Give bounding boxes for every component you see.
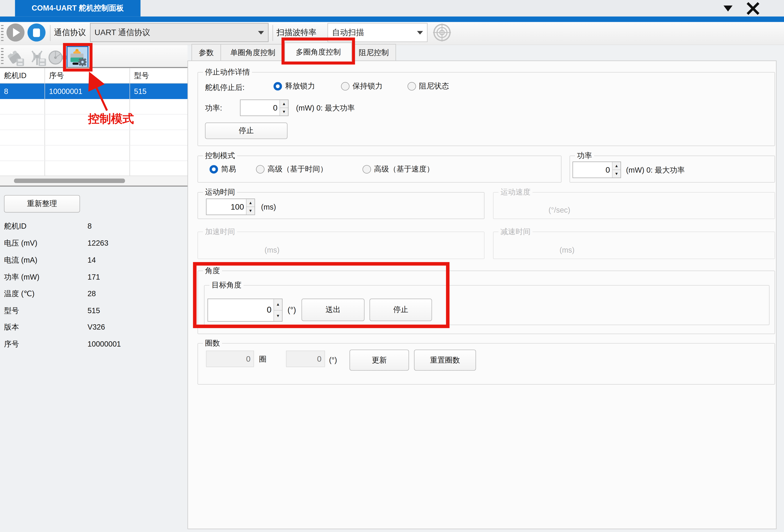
cell-model: 515 [130,84,187,99]
turns-angle-field: 0 [286,351,325,367]
power-unit-hint: (mW) 0: 最大功率 [626,166,685,175]
motion-time-spinbox[interactable]: 100 [206,199,255,215]
radar-scan-icon[interactable] [433,24,451,41]
stop-power-spinbox[interactable]: 0 [240,100,288,116]
tab-parameters[interactable]: 参数 [191,44,221,61]
annotation-box-active-tab [282,37,355,64]
turns-group: 圈数 0 圈 0 (°) 更新 重置圈数 [197,343,775,385]
info-label: 电压 (mV) [4,239,37,248]
group-title: 减速时间 [499,227,532,236]
info-label: 电流 (mA) [4,256,37,265]
radio-damping-state[interactable]: 阻尼状态 [408,82,449,91]
tab-single-turn-angle[interactable]: 单圈角度控制 [221,44,285,61]
power-unit-hint: (mW) 0: 最大功率 [296,104,355,113]
group-title: 运动时间 [203,188,237,197]
table-row-selected[interactable]: 8 10000001 515 [0,84,188,99]
turns-count-field: 0 [206,351,254,367]
power-label: 功率: [205,104,222,113]
info-label: 温度 (℃) [4,289,34,299]
play-icon [13,28,20,37]
spin-up-icon[interactable] [280,100,288,108]
info-label: 版本 [4,323,19,332]
accel-time-group: 加速时间 (ms) [197,232,484,259]
motion-speed-group: 运动速度 (°/sec) [493,192,775,219]
table-header-row: 舵机ID 序号 型号 [0,68,188,84]
stop-button[interactable]: 停止 [205,122,287,139]
radio-keep-lock[interactable]: 保持锁力 [341,82,383,91]
spin-down-icon[interactable] [247,207,254,215]
protocol-select[interactable]: UART 通信协议 [90,23,269,42]
table-horizontal-scrollbar[interactable] [0,176,188,186]
info-value: V326 [87,323,105,331]
info-value: 171 [87,273,100,281]
table-row[interactable] [0,145,188,161]
info-value: 12263 [87,239,108,247]
info-value: 515 [87,306,100,315]
radio-advanced-speed-mode[interactable]: 高级（基于速度） [363,165,434,174]
info-label: 舵机ID [4,222,26,231]
turns-unit-label: 圈 [259,355,267,364]
spin-up-icon[interactable] [613,162,620,170]
tab-damping-control[interactable]: 阻尼控制 [352,44,396,61]
toolbar-drag-handle[interactable] [1,25,3,41]
protocol-select-value: UART 通信协议 [94,27,150,38]
radio-simple-mode[interactable]: 简易 [209,165,236,174]
decel-time-group: 减速时间 (ms) [493,232,775,259]
servo-table: 舵机ID 序号 型号 8 10000001 515 [0,67,188,187]
servo-control-panel-window: COM4-UART 舵机控制面板 通信协议 UART 通信协议 扫描波特率 自动… [0,0,784,532]
spin-up-icon[interactable] [247,199,254,207]
unit-label: (ms) [560,246,575,254]
spin-down-icon[interactable] [280,108,288,116]
baud-select-value: 自动扫描 [332,27,364,38]
info-value: 14 [87,256,96,264]
table-row[interactable] [0,130,188,145]
info-label: 功率 (mW) [4,273,39,282]
after-stop-label: 舵机停止后: [205,83,245,92]
cell-serial: 10000001 [45,84,130,99]
radio-icon [408,82,416,90]
radio-icon [363,165,371,173]
radio-icon [274,82,282,90]
titlebar-accent-strip [0,17,784,22]
col-header-servo-id[interactable]: 舵机ID [0,68,45,83]
unit-label: (°/sec) [549,206,570,214]
unit-label: (ms) [264,246,280,254]
info-label: 型号 [4,306,19,316]
group-title: 加速时间 [203,227,237,236]
radio-icon [209,165,218,173]
power-spinbox[interactable]: 0 [572,162,621,178]
window-title-tab[interactable]: COM4-UART 舵机控制面板 [15,0,140,17]
dropdown-caret-icon[interactable] [724,5,732,11]
info-value: 8 [87,222,92,230]
scrollbar-thumb[interactable] [14,178,125,183]
col-header-model[interactable]: 型号 [130,68,187,83]
reset-turns-button[interactable]: 重置圈数 [414,349,476,370]
protocol-label: 通信协议 [54,28,86,38]
stop-icon [33,28,40,37]
antenna-save-icon[interactable] [28,48,47,67]
radio-release-lock[interactable]: 释放锁力 [274,82,315,91]
group-title: 控制模式 [203,151,237,161]
tag-save-icon[interactable] [6,48,25,67]
power-group: 功率 0 (mW) 0: 最大功率 [569,156,775,183]
refresh-button[interactable]: 重新整理 [4,195,80,213]
info-value: 28 [87,289,96,298]
control-mode-group: 控制模式 简易 高级（基于时间） 高级（基于速度） [197,156,561,183]
baud-scan-label: 扫描波特率 [277,28,316,38]
unit-label: (°) [329,356,337,364]
unit-label: (ms) [261,203,276,211]
connect-play-button[interactable] [6,24,24,41]
table-row[interactable] [0,161,188,176]
group-title: 运动速度 [499,188,532,197]
close-icon[interactable] [745,1,761,16]
update-button[interactable]: 更新 [349,349,409,370]
group-title: 功率 [575,151,594,161]
annotation-label: 控制模式 [88,111,134,127]
disconnect-stop-button[interactable] [28,24,46,41]
radio-icon [341,82,349,90]
annotation-box-angle-group [193,262,449,328]
toolbar-separator [50,25,51,41]
toolbar-drag-handle[interactable] [1,48,3,65]
radio-advanced-time-mode[interactable]: 高级（基于时间） [256,165,328,174]
spin-down-icon[interactable] [613,170,620,177]
